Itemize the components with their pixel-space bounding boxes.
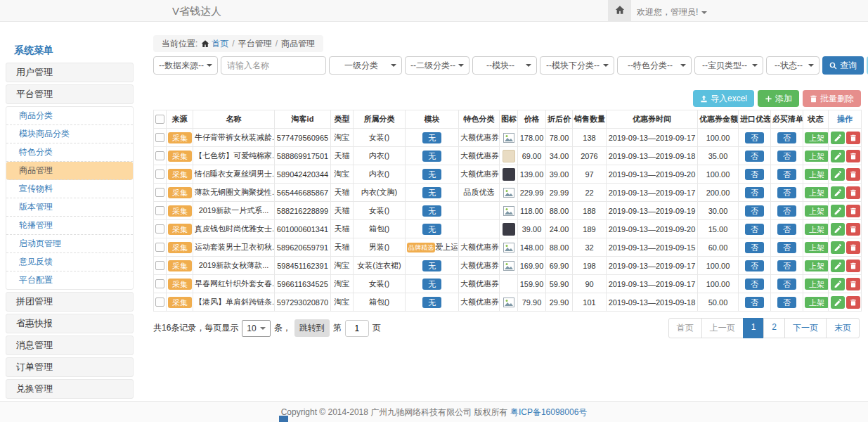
batch-delete-button[interactable]: 批量删除 (803, 90, 861, 107)
row-checkbox[interactable] (155, 298, 164, 307)
jump-page-input[interactable] (345, 320, 369, 337)
edit-button[interactable] (831, 223, 845, 236)
breadcrumb-home-link[interactable]: 首页 (201, 38, 228, 50)
must-buy-toggle[interactable]: 否 (777, 260, 796, 271)
delete-button[interactable] (846, 132, 860, 144)
must-buy-toggle[interactable]: 否 (777, 224, 796, 235)
must-buy-toggle[interactable]: 否 (777, 151, 796, 162)
row-checkbox[interactable] (155, 261, 164, 270)
delete-button[interactable] (846, 223, 860, 236)
edit-button[interactable] (831, 241, 845, 254)
filter-select[interactable]: --数据来源-- (153, 56, 218, 75)
page-button[interactable]: 2 (763, 318, 785, 338)
sidebar-item[interactable]: 宣传物料 (6, 180, 133, 198)
page-button[interactable]: 末页 (826, 318, 860, 338)
page-button[interactable]: 下一页 (784, 318, 827, 338)
status-badge[interactable]: 上架 (805, 242, 829, 253)
status-badge[interactable]: 上架 (805, 205, 829, 217)
status-badge[interactable]: 上架 (805, 279, 829, 290)
sidebar-item[interactable]: 意见反馈 (6, 253, 133, 271)
icp-link[interactable]: 粤ICP备16098006号 (510, 407, 587, 417)
edit-button[interactable] (831, 150, 845, 162)
delete-button[interactable] (846, 168, 860, 181)
sidebar-group[interactable]: 省惠快报 (6, 314, 134, 333)
page-button[interactable]: 1 (743, 318, 765, 338)
status-badge[interactable]: 上架 (805, 224, 829, 235)
import-excel-button[interactable]: 导入excel (693, 90, 754, 107)
sidebar-group[interactable]: 拼团管理 (6, 292, 134, 312)
row-checkbox[interactable] (155, 151, 164, 160)
delete-button[interactable] (846, 150, 860, 162)
filter-select[interactable]: --特色分类-- (617, 56, 692, 75)
row-checkbox[interactable] (155, 133, 164, 142)
sidebar-item[interactable]: 平台配置 (6, 271, 133, 289)
sidebar-item[interactable]: 启动页管理 (6, 235, 133, 253)
status-badge[interactable]: 上架 (805, 260, 829, 271)
sidebar-item[interactable]: 商品分类 (6, 107, 133, 125)
edit-button[interactable] (831, 296, 845, 309)
row-checkbox[interactable] (155, 170, 164, 179)
import-select-toggle[interactable]: 否 (745, 187, 764, 198)
sidebar-item[interactable]: 版本管理 (6, 198, 133, 217)
row-checkbox[interactable] (155, 279, 164, 288)
import-select-toggle[interactable]: 否 (745, 260, 764, 271)
sidebar-item[interactable]: 轮播管理 (6, 217, 133, 235)
must-buy-toggle[interactable]: 否 (777, 297, 796, 308)
must-buy-toggle[interactable]: 否 (777, 169, 796, 180)
home-button[interactable] (608, 0, 631, 21)
user-menu[interactable]: 欢迎您，管理员! (637, 6, 707, 18)
select-all-checkbox[interactable] (155, 115, 164, 124)
must-buy-toggle[interactable]: 否 (777, 279, 796, 290)
delete-button[interactable] (846, 296, 860, 309)
must-buy-toggle[interactable]: 否 (777, 187, 796, 198)
search-button[interactable]: 查询 (822, 56, 864, 75)
page-button[interactable]: 首页 (668, 318, 702, 338)
delete-button[interactable] (846, 241, 860, 254)
row-checkbox[interactable] (155, 206, 164, 215)
sidebar-group[interactable]: 用户管理 (6, 63, 134, 82)
must-buy-toggle[interactable]: 否 (777, 132, 796, 143)
sidebar-item[interactable]: 特色分类 (6, 143, 133, 162)
row-checkbox[interactable] (155, 188, 164, 197)
import-select-toggle[interactable]: 否 (745, 205, 764, 217)
status-badge[interactable]: 上架 (805, 169, 829, 180)
page-size-select[interactable]: 10 (242, 320, 270, 337)
add-button[interactable]: 添加 (758, 90, 799, 107)
filter-select[interactable]: --二级分类-- (405, 56, 469, 75)
delete-button[interactable] (846, 260, 860, 272)
import-select-toggle[interactable]: 否 (745, 132, 764, 143)
delete-button[interactable] (846, 278, 860, 290)
sidebar-item[interactable]: 模块商品分类 (6, 125, 133, 143)
delete-button[interactable] (846, 205, 860, 217)
import-select-toggle[interactable]: 否 (745, 242, 764, 253)
edit-button[interactable] (831, 205, 845, 217)
filter-select[interactable]: --模块-- (472, 56, 537, 75)
sidebar-group[interactable]: 平台管理 (6, 84, 134, 104)
sidebar-item[interactable]: 商品管理 (6, 162, 133, 180)
edit-button[interactable] (831, 132, 845, 144)
sidebar-group[interactable]: 消息管理 (6, 335, 134, 355)
edit-button[interactable] (831, 186, 845, 199)
import-select-toggle[interactable]: 否 (745, 297, 764, 308)
filter-select[interactable]: --模块下分类-- (540, 56, 614, 75)
page-button[interactable]: 上一页 (701, 318, 744, 338)
row-checkbox[interactable] (155, 224, 164, 234)
edit-button[interactable] (831, 168, 845, 181)
filter-select[interactable]: 一级分类 (329, 56, 402, 75)
import-select-toggle[interactable]: 否 (745, 279, 764, 290)
import-select-toggle[interactable]: 否 (745, 151, 764, 162)
edit-button[interactable] (831, 278, 845, 290)
must-buy-toggle[interactable]: 否 (777, 205, 796, 217)
status-badge[interactable]: 上架 (805, 187, 829, 198)
jump-button[interactable]: 跳转到 (294, 319, 330, 337)
sidebar-group[interactable]: 兑换管理 (6, 379, 134, 399)
import-select-toggle[interactable]: 否 (745, 169, 764, 180)
must-buy-toggle[interactable]: 否 (777, 242, 796, 253)
status-badge[interactable]: 上架 (805, 151, 829, 162)
edit-button[interactable] (831, 260, 845, 272)
filter-select[interactable]: --状态-- (766, 56, 820, 75)
status-badge[interactable]: 上架 (805, 297, 829, 308)
name-search-input[interactable] (221, 56, 326, 75)
delete-button[interactable] (846, 186, 860, 199)
status-badge[interactable]: 上架 (805, 132, 829, 143)
